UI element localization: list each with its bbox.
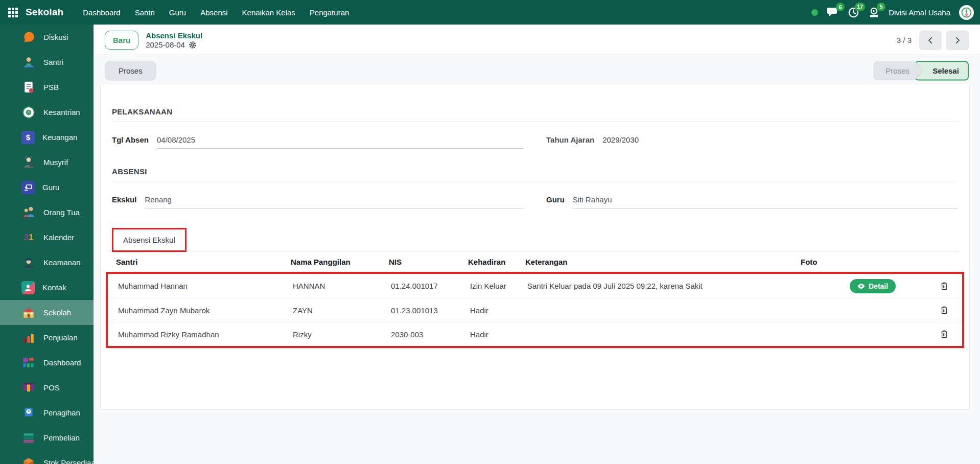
cell-nis: 01.24.001017	[391, 282, 470, 290]
chevron-right-icon	[953, 36, 962, 45]
pager-previous-button[interactable]	[919, 31, 942, 50]
user-menu[interactable]: Divisi Amal Usaha	[889, 8, 950, 17]
delete-row-button[interactable]	[940, 330, 948, 339]
field-tahun-ajaran: Tahun Ajaran 2029/2030	[546, 135, 958, 149]
new-record-button[interactable]: Baru	[105, 31, 138, 50]
col-keterangan[interactable]: Keterangan	[525, 258, 801, 266]
sidebar-item-musyrif[interactable]: Musyrif	[0, 150, 94, 175]
santri-person-icon	[21, 55, 36, 69]
sidebar-item-pembelian[interactable]: Pembelian	[0, 425, 94, 450]
keuangan-dollar-icon: $	[21, 131, 35, 144]
state-selesai[interactable]: Selesai	[915, 61, 969, 81]
pelaksanaan-fields: Tgl Absen 04/08/2025 Tahun Ajaran 2029/2…	[112, 122, 958, 152]
status-bar: Proses Proses Selesai	[94, 56, 980, 85]
user-avatar[interactable]	[959, 5, 974, 20]
cell-santri: Muhammad Zayn Mubarok	[114, 306, 293, 315]
col-nis[interactable]: NIS	[389, 258, 468, 266]
trash-icon	[940, 330, 948, 339]
trash-icon	[940, 306, 948, 315]
sidebar-item-stok-persediaan[interactable]: Stok Persediaan	[0, 450, 94, 464]
table-row[interactable]: Muhammad Rizky Ramadhan Rizky 2030-003 H…	[108, 322, 962, 346]
cell-actions: Detail	[850, 279, 932, 293]
col-kehadiran[interactable]: Kehadiran	[468, 258, 525, 266]
pembelian-stack-icon	[21, 431, 36, 445]
sidebar-item-label: Keamanan	[43, 258, 81, 267]
cell-kehadiran: Hadir	[470, 330, 527, 339]
sidebar-item-penjualan[interactable]: Penjualan	[0, 325, 94, 350]
sidebar-item-kesantrian[interactable]: Kesantrian	[0, 100, 94, 125]
sidebar-item-label: PSB	[43, 83, 59, 91]
ekskul-input[interactable]: Renang	[145, 195, 524, 208]
menu-dashboard[interactable]: Dashboard	[77, 5, 126, 20]
pager-next-button[interactable]	[946, 31, 969, 50]
app-brand[interactable]: Sekolah	[26, 7, 63, 18]
grid-icon	[8, 8, 18, 17]
proses-action-button[interactable]: Proses	[105, 61, 156, 81]
apps-grid-icon[interactable]	[0, 8, 26, 17]
menu-pengaturan[interactable]: Pengaturan	[304, 5, 356, 20]
psb-document-icon	[21, 80, 36, 95]
kalender-31-icon: 31	[21, 230, 36, 245]
tgl-absen-input[interactable]: 04/08/2025	[157, 135, 524, 149]
activities-button[interactable]: 17	[848, 7, 859, 18]
detail-button[interactable]: Detail	[850, 279, 896, 293]
tab-absensi-ekskul[interactable]: Absensi Ekskul	[113, 229, 185, 250]
table-row[interactable]: Muhammad Zayn Mubarok ZAYN 01.23.001013 …	[108, 298, 962, 322]
table-row[interactable]: Muhammad Hannan HANNAN 01.24.001017 Izin…	[108, 274, 962, 298]
diskusi-chat-icon	[21, 30, 36, 44]
chevron-left-icon	[926, 36, 935, 45]
tahun-ajaran-label: Tahun Ajaran	[546, 135, 594, 144]
sidebar-item-santri[interactable]: Santri	[0, 50, 94, 75]
sidebar-item-label: Penagihan	[43, 408, 80, 417]
sidebar-item-label: Diskusi	[43, 33, 68, 41]
navbar-right: 6 17 5 Divisi Amal Usaha	[811, 5, 980, 20]
sidebar-item-psb[interactable]: PSB	[0, 75, 94, 100]
sidebar-item-kalender[interactable]: 31 Kalender	[0, 225, 94, 250]
sidebar-item-keamanan[interactable]: Keamanan	[0, 250, 94, 275]
sidebar-item-keuangan[interactable]: $ Keuangan	[0, 125, 94, 150]
table-header-row: Santri Nama Panggilan NIS Kehadiran Kete…	[112, 251, 958, 272]
sidebar-item-sekolah[interactable]: Sekolah	[0, 300, 94, 325]
guru-input[interactable]: Siti Rahayu	[573, 195, 958, 208]
col-foto[interactable]: Foto	[801, 258, 852, 266]
sidebar-item-label: POS	[43, 383, 60, 392]
cell-nama-panggilan: Rizky	[293, 330, 391, 339]
sidebar-item-label: Orang Tua	[43, 208, 80, 217]
sidebar-item-guru[interactable]: Guru	[0, 175, 94, 200]
form-sheet: PELAKSANAAN Tgl Absen 04/08/2025 Tahun A…	[100, 85, 970, 410]
sidebar-item-diskusi[interactable]: Diskusi	[0, 25, 94, 50]
annotation-box-tab: Absensi Ekskul	[112, 228, 186, 252]
sidebar-item-label: Dashboard	[43, 358, 81, 367]
delete-row-button[interactable]	[940, 306, 948, 315]
tgl-absen-label: Tgl Absen	[112, 135, 149, 144]
messages-button[interactable]: 6	[827, 7, 839, 18]
sidebar-item-pos[interactable]: POS	[0, 375, 94, 400]
sidebar-item-label: Pembelian	[43, 433, 80, 442]
breadcrumb-model-title[interactable]: Absensi Ekskul	[146, 31, 202, 40]
eye-icon	[857, 283, 865, 289]
sidebar-item-orang-tua[interactable]: Orang Tua	[0, 200, 94, 225]
section-pelaksanaan: PELAKSANAAN	[112, 85, 958, 122]
record-settings-gear[interactable]	[189, 41, 197, 49]
sidebar-item-kontak[interactable]: Kontak	[0, 275, 94, 300]
menu-santri[interactable]: Santri	[129, 5, 161, 20]
sidebar-item-dashboard[interactable]: Dashboard	[0, 350, 94, 375]
state-selesai-label: Selesai	[915, 61, 969, 81]
breadcrumb: Absensi Ekskul 2025-08-04	[146, 31, 202, 49]
field-guru: Guru Siti Rahayu	[546, 195, 958, 208]
col-santri[interactable]: Santri	[112, 258, 291, 266]
section-absensi: ABSENSI	[112, 152, 958, 181]
main-content: Baru Absensi Ekskul 2025-08-04 3 / 3	[94, 25, 980, 464]
menu-absensi[interactable]: Absensi	[194, 5, 234, 20]
cell-kehadiran: Hadir	[470, 306, 527, 315]
menu-kenaikan-kelas[interactable]: Kenaikan Kelas	[236, 5, 301, 20]
pager-count: 3 / 3	[897, 36, 912, 44]
sales-notifications-button[interactable]: 5	[868, 7, 880, 18]
sidebar-item-label: Keuangan	[42, 133, 77, 142]
col-nama-panggilan[interactable]: Nama Panggilan	[291, 258, 389, 266]
menu-guru[interactable]: Guru	[163, 5, 192, 20]
cell-nama-panggilan: HANNAN	[293, 282, 391, 290]
sidebar-item-penagihan[interactable]: Penagihan	[0, 400, 94, 425]
sidebar-item-label: Musyrif	[43, 158, 68, 167]
delete-row-button[interactable]	[940, 282, 948, 291]
